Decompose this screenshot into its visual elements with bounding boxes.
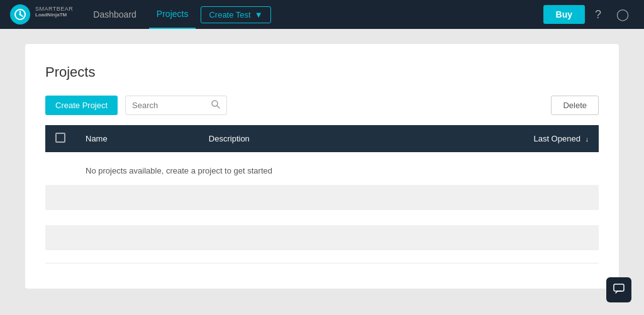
svg-line-3 bbox=[217, 106, 219, 108]
header-description: Description bbox=[199, 125, 378, 152]
search-icon bbox=[211, 100, 220, 111]
delete-button[interactable]: Delete bbox=[551, 96, 599, 115]
help-button[interactable]: ? bbox=[590, 8, 606, 21]
chat-button[interactable] bbox=[606, 277, 631, 302]
table-header: Name Description Last Opened ↓ bbox=[45, 125, 599, 152]
user-icon: ◯ bbox=[616, 8, 629, 21]
empty-message: No projects available, create a project … bbox=[75, 152, 599, 182]
buy-button[interactable]: Buy bbox=[543, 5, 585, 24]
sort-arrow-icon: ↓ bbox=[586, 135, 589, 143]
page-title: Projects bbox=[45, 64, 599, 80]
placeholder-row-2 bbox=[45, 223, 599, 253]
divider-row bbox=[45, 263, 599, 263]
toolbar: Create Project Delete bbox=[45, 96, 599, 115]
search-box bbox=[125, 96, 227, 115]
header-checkbox-cell bbox=[45, 125, 75, 152]
brand-loadninja: LoadNinjaTM bbox=[35, 13, 73, 22]
header-name: Name bbox=[75, 125, 199, 152]
table-body: No projects available, create a project … bbox=[45, 152, 599, 263]
empty-row: No projects available, create a project … bbox=[45, 152, 599, 182]
nav-projects[interactable]: Projects bbox=[149, 0, 196, 29]
page-wrapper: Projects Create Project Delete bbox=[0, 29, 644, 304]
svg-rect-4 bbox=[614, 284, 624, 291]
logo-text: SMARTBEAR LoadNinjaTM bbox=[35, 6, 73, 22]
select-all-checkbox[interactable] bbox=[55, 133, 65, 143]
navbar: SMARTBEAR LoadNinjaTM Dashboard Projects… bbox=[0, 0, 644, 29]
placeholder-row-1 bbox=[45, 182, 599, 213]
main-card: Projects Create Project Delete bbox=[25, 44, 619, 289]
nav-dashboard[interactable]: Dashboard bbox=[86, 0, 144, 29]
placeholder-bar-1 bbox=[45, 185, 599, 210]
create-project-button[interactable]: Create Project bbox=[45, 96, 118, 115]
search-input[interactable] bbox=[132, 101, 208, 110]
svg-point-1 bbox=[19, 14, 21, 16]
user-button[interactable]: ◯ bbox=[611, 8, 634, 21]
nav-create-test-button[interactable]: Create Test ▼ bbox=[201, 6, 270, 23]
question-icon: ? bbox=[595, 8, 601, 21]
logo: SMARTBEAR LoadNinjaTM bbox=[10, 4, 73, 25]
header-last-opened: Last Opened ↓ bbox=[378, 125, 599, 152]
projects-table: Name Description Last Opened ↓ No projec… bbox=[45, 125, 599, 263]
placeholder-bar-2 bbox=[45, 225, 599, 250]
logo-icon bbox=[10, 4, 30, 25]
nav-create-test-label: Create Test bbox=[209, 10, 250, 19]
chevron-down-icon: ▼ bbox=[255, 10, 263, 19]
chat-icon bbox=[613, 282, 625, 298]
